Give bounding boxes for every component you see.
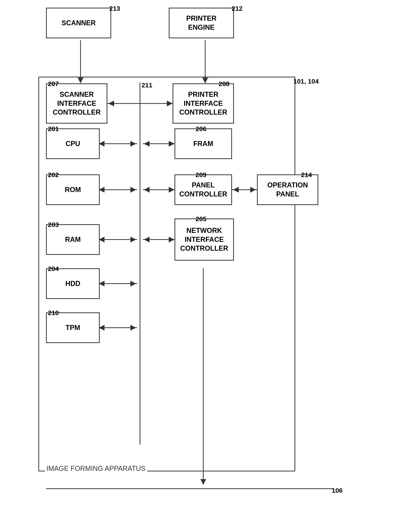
scanner-interface-box: SCANNER INTERFACE CONTROLLER [46, 83, 107, 124]
tpm-box: TPM [46, 312, 100, 343]
operation-panel-box: OPERATION PANEL [257, 174, 318, 205]
ref-panel-controller: 209 [196, 171, 207, 179]
printer-engine-box: PRINTER ENGINE [169, 8, 234, 38]
fram-box: FRAM [175, 128, 232, 159]
svg-marker-37 [200, 479, 206, 485]
ref-scanner-interface: 207 [48, 80, 59, 87]
ref-network-interface: 205 [196, 215, 207, 223]
panel-controller-box: PANEL CONTROLLER [175, 174, 232, 205]
ref-106: 106 [332, 487, 343, 494]
scanner-box: SCANNER [46, 8, 111, 38]
ref-rom: 202 [48, 171, 59, 179]
ref-tpm: 210 [48, 309, 59, 317]
ref-hdd: 204 [48, 265, 59, 272]
rom-box: ROM [46, 174, 100, 205]
ref-101-104: 101, 104 [293, 78, 319, 85]
diagram: FIG. 2 [27, 34, 368, 514]
ref-cpu: 201 [48, 125, 59, 133]
ram-box: RAM [46, 224, 100, 255]
apparatus-label: IMAGE FORMING APPARATUS [45, 465, 147, 472]
ref-operation-panel: 214 [301, 171, 312, 179]
cpu-box: CPU [46, 128, 100, 159]
ref-ram: 203 [48, 221, 59, 228]
ref-211: 211 [142, 81, 153, 89]
hdd-box: HDD [46, 268, 100, 299]
ref-fram: 206 [196, 125, 207, 133]
ref-printer-interface: 208 [219, 80, 230, 87]
ref-printer-engine: 212 [232, 5, 242, 12]
network-interface-box: NETWORK INTERFACE CONTROLLER [175, 218, 234, 261]
printer-interface-box: PRINTER INTERFACE CONTROLLER [173, 83, 234, 124]
ref-scanner: 213 [109, 5, 120, 12]
